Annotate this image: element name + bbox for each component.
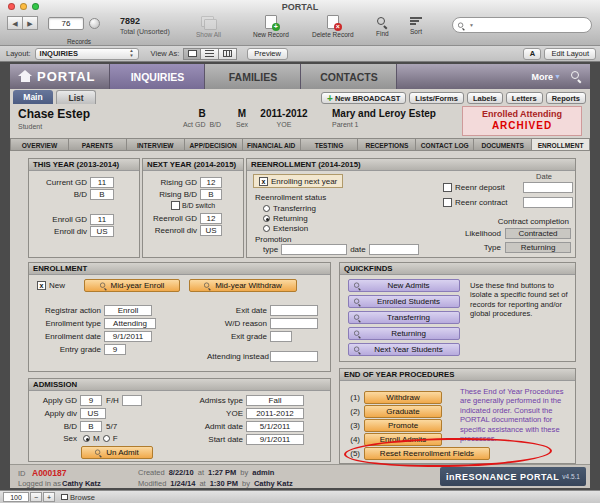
- zoom-in-button[interactable]: +: [43, 492, 55, 502]
- apply-gd-field[interactable]: 9: [80, 395, 102, 406]
- quickfind-next-year-students-button[interactable]: Next Year Students: [348, 343, 460, 356]
- sex-female-radio[interactable]: [103, 435, 110, 442]
- layout-select[interactable]: INQUIRIES ▲▼: [35, 48, 139, 60]
- promote-button[interactable]: Promote: [364, 419, 442, 432]
- likelihood-field[interactable]: Contracted: [505, 228, 571, 239]
- quickfind-returning-button[interactable]: Returning: [348, 327, 460, 340]
- record-count-group: 7892 Total (Unsorted): [120, 16, 170, 35]
- tab-overview[interactable]: OVERVIEW: [10, 138, 69, 151]
- tab-app-decision[interactable]: APP/DECISION: [185, 138, 243, 151]
- tab-parents[interactable]: PARENTS: [69, 138, 127, 151]
- enrollment-type-field[interactable]: Attending: [104, 318, 156, 329]
- bd-switch-checkbox[interactable]: [171, 201, 180, 210]
- ty-bd-label: B/D: [33, 190, 87, 199]
- admit-date-field[interactable]: 5/1/2011: [246, 421, 304, 432]
- tab-testing[interactable]: TESTING: [301, 138, 359, 151]
- find-button[interactable]: Find: [376, 16, 389, 37]
- status-transferring-radio[interactable]: Transferring: [263, 204, 316, 213]
- sort-button[interactable]: Sort: [410, 16, 422, 35]
- tab-receptions[interactable]: RECEPTIONS: [358, 138, 416, 151]
- tab-enrollment[interactable]: ENROLLMENT: [532, 138, 590, 151]
- apply-div-field[interactable]: US: [80, 408, 106, 419]
- rising-bd-field[interactable]: B: [200, 189, 222, 200]
- contract-type-field[interactable]: Returning: [505, 242, 571, 253]
- reenroll-gd-field[interactable]: 12: [200, 213, 222, 224]
- wd-reason-field[interactable]: [270, 318, 318, 329]
- rising-gd-field[interactable]: 12: [200, 177, 222, 188]
- reenr-deposit-date-field[interactable]: [523, 182, 573, 193]
- zoom-level[interactable]: 100: [3, 492, 29, 502]
- enroll-div-field[interactable]: US: [90, 226, 114, 237]
- new-checkbox[interactable]: xNew: [37, 281, 65, 290]
- show-all-button[interactable]: Show All: [196, 16, 221, 38]
- view-list-button[interactable]: [201, 48, 219, 60]
- tab-contact-log[interactable]: CONTACT LOG: [416, 138, 474, 151]
- midyear-enroll-button[interactable]: Mid-year Enroll: [84, 279, 180, 292]
- adm-yoe-field[interactable]: 2011-2012: [246, 408, 304, 419]
- edit-layout-button[interactable]: Edit Layout: [544, 48, 596, 60]
- tab-families[interactable]: FAMILIES: [205, 64, 301, 89]
- next-record-button[interactable]: ▶: [22, 16, 38, 30]
- reports-button[interactable]: Reports: [546, 92, 586, 104]
- preview-button[interactable]: Preview: [247, 48, 288, 60]
- promotion-date-field[interactable]: [369, 244, 419, 255]
- quickfind-transferring-button[interactable]: Transferring: [348, 311, 460, 324]
- delete-record-button[interactable]: × Delete Record: [312, 15, 354, 38]
- quick-search-input[interactable]: ▼: [452, 17, 592, 33]
- midyear-withdraw-button[interactable]: Mid-year Withdraw: [189, 279, 297, 292]
- status-extension-radio[interactable]: Extension: [263, 224, 308, 233]
- exit-grade-field[interactable]: [270, 331, 292, 342]
- sex-male-radio[interactable]: [83, 435, 90, 442]
- header-search-icon[interactable]: [571, 71, 582, 82]
- adm-bd-field[interactable]: B: [80, 421, 102, 432]
- ty-bd-field[interactable]: B: [90, 189, 114, 200]
- enrollment-date-field[interactable]: 9/1/2011: [104, 331, 152, 342]
- lists-forms-button[interactable]: Lists/Forms: [409, 92, 464, 104]
- letters-button[interactable]: Letters: [506, 92, 543, 104]
- tab-contacts[interactable]: CONTACTS: [301, 64, 397, 89]
- tab-interview[interactable]: INTERVIEW: [127, 138, 185, 151]
- subtab-list[interactable]: List: [56, 90, 96, 104]
- home-icon[interactable]: [18, 70, 32, 83]
- subtab-main[interactable]: Main: [13, 90, 53, 104]
- admiss-type-field[interactable]: Fall: [246, 395, 304, 406]
- view-table-button[interactable]: [219, 48, 237, 60]
- view-form-button[interactable]: [183, 48, 201, 60]
- tab-inquiries[interactable]: INQUIRIES: [109, 64, 205, 89]
- start-date-field[interactable]: 9/1/2011: [246, 434, 304, 445]
- more-menu-button[interactable]: More▼: [532, 72, 561, 82]
- new-broadcast-button[interactable]: +New BROADCAST: [321, 92, 406, 104]
- reenr-contract-checkbox[interactable]: [443, 198, 452, 207]
- attending-instead-field[interactable]: [270, 351, 318, 362]
- new-record-button[interactable]: + New Record: [253, 15, 289, 38]
- tab-financial-aid[interactable]: FINANCIAL AID: [243, 138, 301, 151]
- enrolling-next-year-checkbox[interactable]: xEnrolling next year: [253, 174, 343, 188]
- registrar-action-field[interactable]: Enroll: [104, 305, 152, 316]
- labels-button[interactable]: Labels: [467, 92, 503, 104]
- mode-select[interactable]: Browse: [61, 493, 95, 502]
- zoom-out-button[interactable]: −: [30, 492, 42, 502]
- app-header: PORTAL INQUIRIES FAMILIES CONTACTS More▼: [10, 64, 590, 89]
- format-button[interactable]: A: [523, 48, 541, 60]
- fraction-label: 5/7: [106, 422, 117, 431]
- quickfind-new-admits-button[interactable]: New Admits: [348, 279, 460, 292]
- quickfind-enrolled-students-button[interactable]: Enrolled Students: [348, 295, 460, 308]
- reenr-deposit-checkbox[interactable]: [443, 183, 452, 192]
- graduate-button[interactable]: Graduate: [364, 405, 442, 418]
- entry-grade-field[interactable]: 9: [104, 344, 126, 355]
- current-record-input[interactable]: 76: [48, 17, 84, 30]
- reenr-contract-date-field[interactable]: [523, 197, 573, 208]
- exit-date-field[interactable]: [270, 305, 318, 316]
- enroll-gd-field[interactable]: 11: [90, 214, 114, 225]
- record-slider[interactable]: [89, 18, 100, 29]
- un-admit-button[interactable]: Un Admit: [81, 446, 153, 459]
- previous-record-button[interactable]: ◀: [7, 16, 23, 30]
- fh-field[interactable]: [122, 395, 142, 406]
- withdraw-button[interactable]: Withdraw: [364, 391, 442, 404]
- current-gd-field[interactable]: 11: [90, 177, 114, 188]
- quickfind-icon: [354, 331, 360, 337]
- status-returning-radio[interactable]: Returning: [263, 214, 308, 223]
- promotion-type-field[interactable]: [281, 244, 347, 255]
- tab-documents[interactable]: DOCUMENTS: [474, 138, 532, 151]
- reenroll-div-field[interactable]: US: [200, 225, 222, 236]
